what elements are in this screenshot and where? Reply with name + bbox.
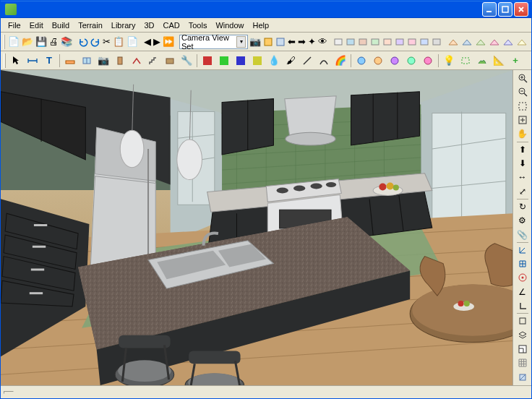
next-icon[interactable]: ⏩ [162,34,175,50]
render-h-icon[interactable] [419,34,430,50]
render-b-icon[interactable] [345,34,356,50]
select-icon[interactable] [8,53,24,69]
stairs-icon[interactable] [145,53,161,69]
pan-up-icon[interactable]: ⬆ [515,143,531,156]
view-a-icon[interactable] [447,34,460,50]
layers-icon[interactable] [515,329,531,342]
pan-lr-icon[interactable]: ↔ [515,171,531,184]
ortho-icon[interactable] [515,299,531,312]
view-f-icon[interactable] [515,34,528,50]
nav-left-icon[interactable] [262,34,274,50]
minimize-button[interactable] [482,2,497,17]
library-icon[interactable]: 📚 [60,34,73,50]
menu-library[interactable]: Library [107,20,140,31]
color-c-icon[interactable] [233,53,249,69]
new-file-icon[interactable]: 📄 [7,34,20,50]
door-icon[interactable] [112,53,128,69]
viewport-3d[interactable] [1,70,512,385]
walkthrough-icon[interactable]: 👁 [317,34,328,50]
elevation-icon[interactable]: 📐 [491,53,507,69]
view-d-icon[interactable] [488,34,501,50]
grid-toggle-icon[interactable] [515,257,531,270]
menu-window[interactable]: Window [211,20,248,31]
brush-icon[interactable]: 🖌 [283,53,299,69]
preferences-icon[interactable]: ⚙ [515,214,531,227]
rainbow-icon[interactable]: 🌈 [332,53,348,69]
menu-build[interactable]: Build [48,20,74,31]
render-d-icon[interactable] [369,34,381,50]
fill-window-icon[interactable] [515,113,531,126]
roof-icon[interactable] [129,53,145,69]
nav-right-icon[interactable] [275,34,286,50]
pan-diag-icon[interactable]: ⤢ [515,185,531,198]
cut-icon[interactable]: ✂ [102,34,111,50]
snap-angle-icon[interactable]: ∠ [515,286,531,299]
dimension-icon[interactable] [25,53,40,69]
menu-edit[interactable]: Edit [25,20,48,31]
menu-file[interactable]: File [4,20,25,31]
zoom-out-icon[interactable] [515,85,531,98]
render-a-icon[interactable] [332,34,344,50]
zoom-in-icon[interactable] [515,72,531,85]
material-a-icon[interactable] [353,53,369,69]
zoom-window-icon[interactable] [515,100,531,113]
render-c-icon[interactable] [357,34,369,50]
save-icon[interactable]: 💾 [35,34,48,50]
snap-icon[interactable] [515,271,531,284]
menu-help[interactable]: Help [249,20,274,31]
view-g-icon[interactable] [529,34,532,50]
camera-view-select[interactable]: Camera View Set ▾ [179,35,248,49]
refresh-icon[interactable]: ↻ [515,200,531,213]
region-icon[interactable] [458,53,473,69]
camera-tool-icon[interactable]: 📷 [95,53,111,69]
dimension-sq-icon[interactable] [515,314,531,327]
terrain-icon[interactable] [474,53,490,69]
light-icon[interactable]: 💡 [441,53,457,69]
copy-icon[interactable]: 📋 [112,34,125,50]
play-icon[interactable]: ▶ [153,34,161,50]
print-icon[interactable]: 🖨 [48,34,59,50]
undo-icon[interactable] [77,34,89,50]
pan-down-icon[interactable]: ⬇ [515,157,531,170]
color-a-icon[interactable] [200,53,215,69]
view-e-icon[interactable] [502,34,515,50]
open-file-icon[interactable]: 📂 [21,34,34,50]
pan-icon[interactable]: ✋ [515,127,531,140]
redo-icon[interactable] [90,34,101,50]
menu-cad[interactable]: CAD [158,20,184,31]
view-c-icon[interactable] [474,34,487,50]
maximize-button[interactable] [498,2,512,17]
paste-icon[interactable]: 📄 [126,34,139,50]
material-e-icon[interactable] [420,53,436,69]
window-icon[interactable] [79,53,95,69]
color-b-icon[interactable] [216,53,232,69]
nav-turn-r-icon[interactable]: ➡ [297,34,306,50]
render-e-icon[interactable] [382,34,393,50]
line-icon[interactable] [299,53,315,69]
fixture-icon[interactable]: 🔧 [179,53,194,69]
curve-icon[interactable] [316,53,332,69]
prev-icon[interactable]: ◀ [143,34,152,50]
material-b-icon[interactable] [370,53,386,69]
close-button[interactable] [514,2,528,17]
menu-tools[interactable]: Tools [184,20,212,31]
cross-section-icon[interactable]: ✦ [307,34,317,50]
add-icon[interactable]: + [507,53,523,69]
color-d-icon[interactable] [249,53,265,69]
menu-3d[interactable]: 3D [140,20,158,31]
grid-sm-icon[interactable] [515,356,531,369]
nav-turn-l-icon[interactable]: ⬅ [287,34,296,50]
cabinet-icon[interactable] [162,53,178,69]
view-b-icon[interactable] [460,34,473,50]
material-d-icon[interactable] [403,53,419,69]
menu-terrain[interactable]: Terrain [74,20,107,31]
wall-icon[interactable] [62,53,78,69]
material-c-icon[interactable] [387,53,403,69]
section-icon[interactable] [515,371,531,384]
render-f-icon[interactable] [394,34,406,50]
angle-icon[interactable] [515,244,531,257]
eyedropper-icon[interactable]: 💧 [266,53,282,69]
text-icon[interactable]: T [41,53,57,69]
render-i-icon[interactable] [431,34,442,50]
camera-icon[interactable]: 📷 [249,34,262,50]
